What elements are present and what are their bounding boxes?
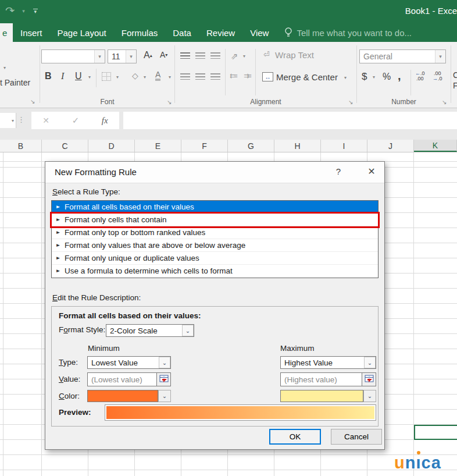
comma-style-button[interactable]: , <box>398 69 401 83</box>
chevron-down-icon[interactable]: ⌄ <box>182 325 194 336</box>
tab-data[interactable]: Data <box>165 23 199 42</box>
middle-align-button[interactable] <box>195 52 205 59</box>
tab-home-partial[interactable]: e <box>0 23 13 42</box>
tab-page-layout[interactable]: Page Layout <box>50 23 114 42</box>
underline-button[interactable]: U <box>75 71 82 81</box>
column-header-g[interactable]: G <box>228 140 274 152</box>
font-size-combo[interactable]: 11 ▾ <box>108 49 137 63</box>
max-color-picker[interactable]: ⌄ <box>280 390 376 402</box>
align-right-button[interactable] <box>210 73 220 80</box>
shrink-font-button[interactable]: A▾ <box>160 50 167 59</box>
borders-button[interactable] <box>102 72 111 81</box>
rule-item-top-bottom[interactable]: ► Format only top or bottom ranked value… <box>52 226 378 239</box>
column-header-d[interactable]: D <box>88 140 135 152</box>
rule-item-format-all-cells[interactable]: ► Format all cells based on their values <box>52 201 378 214</box>
accounting-format-button[interactable]: $ <box>362 71 367 83</box>
column-header-k-selected[interactable]: K <box>414 140 457 152</box>
merge-center-dropdown-icon[interactable]: ▾ <box>344 75 347 80</box>
min-color-picker[interactable]: ⌄ <box>87 390 171 402</box>
increase-indent-button[interactable]: ⇉≡ <box>244 72 251 80</box>
rule-flag-icon: ► <box>55 265 61 278</box>
tab-review[interactable]: Review <box>199 23 242 42</box>
min-range-picker-button[interactable] <box>157 372 171 386</box>
number-dialog-launcher-icon[interactable]: ↘ <box>442 100 447 105</box>
max-range-picker-button[interactable] <box>362 372 376 386</box>
chevron-down-icon[interactable]: ⌄ <box>363 390 376 402</box>
accounting-dropdown-icon[interactable]: ▾ <box>373 74 375 80</box>
column-header-f[interactable]: F <box>181 140 228 152</box>
dialog-help-button[interactable]: ? <box>333 166 344 176</box>
enter-entry-icon[interactable]: ✓ <box>72 115 80 126</box>
format-style-select[interactable]: 2-Color Scale ⌄ <box>106 324 194 337</box>
orientation-dropdown-icon[interactable]: ▾ <box>243 54 245 59</box>
number-format-combo[interactable]: General ▾ <box>359 49 446 63</box>
rule-flag-icon: ► <box>55 201 61 214</box>
font-name-combo[interactable]: ▾ <box>41 49 105 63</box>
rule-item-unique-duplicate[interactable]: ► Format only unique or duplicate values <box>52 252 378 265</box>
dialog-close-button[interactable]: ✕ <box>364 166 379 177</box>
decrease-indent-button[interactable]: ⇇≡ <box>230 72 237 80</box>
font-size-dropdown-icon[interactable]: ▾ <box>126 50 136 63</box>
rule-flag-icon: ► <box>55 252 61 265</box>
decrease-decimal-button[interactable]: .00 →.0 <box>433 71 442 81</box>
alignment-dialog-launcher-icon[interactable]: ↘ <box>348 100 353 105</box>
max-type-select[interactable]: Highest Value ⌄ <box>280 356 376 369</box>
font-color-button[interactable]: A <box>155 71 160 81</box>
percent-style-button[interactable]: % <box>383 72 391 82</box>
paste-dropdown-icon[interactable]: ▾ <box>3 65 6 70</box>
bottom-align-button[interactable] <box>210 52 220 59</box>
fill-color-button[interactable]: ◇ <box>132 71 138 80</box>
name-box-dropdown-icon[interactable]: ▾ <box>12 118 14 123</box>
insert-function-icon[interactable]: fx <box>102 116 108 126</box>
column-header-c[interactable]: C <box>42 140 88 152</box>
increase-decimal-button[interactable]: ←.0 .00 <box>415 71 425 81</box>
ok-button[interactable]: OK <box>269 429 321 445</box>
chevron-down-icon[interactable]: ⌄ <box>364 357 376 368</box>
rule-item-use-formula[interactable]: ► Use a formula to determine which cells… <box>52 265 378 278</box>
column-header-b[interactable]: B <box>0 140 42 152</box>
clipboard-dialog-launcher-icon[interactable]: ↘ <box>30 99 35 105</box>
name-box[interactable]: ▾ <box>0 113 16 128</box>
tab-formulas[interactable]: Formulas <box>114 23 166 42</box>
max-value-input[interactable] <box>280 372 362 386</box>
column-header-j[interactable]: J <box>367 140 414 152</box>
rule-item-above-below-average[interactable]: ► Format only values that are above or b… <box>52 239 378 252</box>
underline-dropdown-icon[interactable]: ▾ <box>88 74 91 80</box>
cancel-entry-icon[interactable]: ✕ <box>42 116 49 125</box>
customize-qat-icon[interactable]: ▾ <box>33 9 38 13</box>
format-painter-partial[interactable]: t Painter <box>0 78 30 87</box>
column-header-i[interactable]: I <box>321 140 367 152</box>
top-align-button[interactable] <box>180 52 190 59</box>
font-dialog-launcher-icon[interactable]: ↘ <box>167 100 172 105</box>
wrap-text-button[interactable]: Wrap Text <box>275 50 314 60</box>
bold-button[interactable]: B <box>45 71 52 81</box>
chevron-down-icon[interactable]: ⌄ <box>159 357 170 368</box>
italic-button[interactable]: I <box>61 71 64 81</box>
orientation-button[interactable]: ⇗ <box>231 51 238 62</box>
tab-insert[interactable]: Insert <box>13 23 50 42</box>
formula-bar-splitter[interactable]: ⋮ <box>17 115 25 124</box>
grow-font-button[interactable]: A▴ <box>144 50 152 61</box>
redo-dropdown-icon[interactable]: ▾ <box>22 8 25 14</box>
align-left-button[interactable] <box>180 73 190 80</box>
merge-center-button[interactable]: Merge & Center <box>276 72 338 82</box>
formula-input[interactable] <box>123 112 457 129</box>
font-name-dropdown-icon[interactable]: ▾ <box>94 50 105 63</box>
conditional-formatting-partial[interactable]: CF <box>453 70 457 91</box>
chevron-down-icon[interactable]: ⌄ <box>158 390 171 402</box>
min-value-input[interactable] <box>87 372 157 386</box>
tab-view[interactable]: View <box>242 23 276 42</box>
tell-me-box[interactable]: Tell me what you want to do... <box>276 23 412 42</box>
fill-color-dropdown-icon[interactable]: ▾ <box>144 74 146 80</box>
redo-icon[interactable]: ↷ <box>5 5 15 17</box>
column-header-e[interactable]: E <box>135 140 181 152</box>
borders-dropdown-icon[interactable]: ▾ <box>116 74 119 80</box>
rule-item-cells-that-contain[interactable]: ► Format only cells that contain <box>52 214 378 226</box>
formula-buttons: ✕ ✓ fx <box>31 112 119 129</box>
font-color-dropdown-icon[interactable]: ▾ <box>169 74 171 80</box>
column-header-h[interactable]: H <box>274 140 321 152</box>
number-format-dropdown-icon[interactable]: ▾ <box>435 50 445 63</box>
cancel-button[interactable]: Cancel <box>331 429 382 445</box>
min-type-select[interactable]: Lowest Value ⌄ <box>87 356 171 369</box>
align-center-button[interactable] <box>195 73 205 80</box>
